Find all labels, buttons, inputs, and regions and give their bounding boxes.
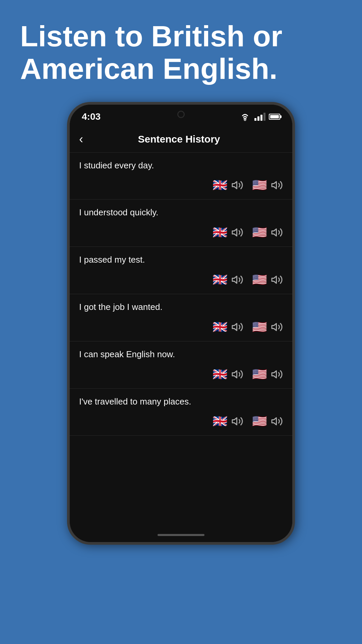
status-icons <box>239 111 280 123</box>
sentence-text: I understood quickly. <box>79 207 283 218</box>
speaker-icon <box>271 321 283 333</box>
american-audio-button[interactable]: 🇺🇸 <box>251 319 283 335</box>
speaker-icon <box>271 415 283 427</box>
phone-screen: 4:03 <box>70 105 292 542</box>
home-indicator <box>70 529 292 542</box>
audio-controls: 🇬🇧 🇺🇸 <box>79 319 283 335</box>
american-audio-button[interactable]: 🇺🇸 <box>251 272 283 288</box>
sentence-text: I got the job I wanted. <box>79 302 283 313</box>
american-audio-button[interactable]: 🇺🇸 <box>251 366 283 382</box>
speaker-icon <box>271 274 283 286</box>
british-audio-button[interactable]: 🇬🇧 <box>212 224 243 240</box>
speaker-icon <box>231 321 243 333</box>
british-flag: 🇬🇧 <box>212 319 228 335</box>
american-flag: 🇺🇸 <box>251 413 267 429</box>
american-audio-button[interactable]: 🇺🇸 <box>251 413 283 429</box>
sentence-item: I've travelled to many places. 🇬🇧 🇺🇸 <box>70 389 292 436</box>
speaker-icon <box>271 226 283 238</box>
british-flag: 🇬🇧 <box>212 224 228 240</box>
speaker-icon <box>231 274 243 286</box>
svg-point-0 <box>244 119 246 120</box>
phone-mockup: 4:03 <box>67 102 295 545</box>
british-flag: 🇬🇧 <box>212 177 228 193</box>
status-time: 4:03 <box>82 111 101 122</box>
battery-icon <box>269 114 280 120</box>
american-audio-button[interactable]: 🇺🇸 <box>251 177 283 193</box>
sentence-text: I passed my test. <box>79 254 283 266</box>
audio-controls: 🇬🇧 🇺🇸 <box>79 177 283 193</box>
wifi-icon <box>239 111 251 123</box>
british-audio-button[interactable]: 🇬🇧 <box>212 413 243 429</box>
audio-controls: 🇬🇧 🇺🇸 <box>79 272 283 288</box>
british-audio-button[interactable]: 🇬🇧 <box>212 366 243 382</box>
phone-outer: 4:03 <box>67 102 295 545</box>
sentence-text: I studied every day. <box>79 160 283 171</box>
audio-controls: 🇬🇧 🇺🇸 <box>79 366 283 382</box>
british-flag: 🇬🇧 <box>212 413 228 429</box>
american-flag: 🇺🇸 <box>251 177 267 193</box>
sentence-text: I've travelled to many places. <box>79 396 283 408</box>
sentence-list: I studied every day. 🇬🇧 🇺🇸 <box>70 153 292 529</box>
speaker-icon <box>231 415 243 427</box>
speaker-icon <box>231 368 243 380</box>
sentence-item: I passed my test. 🇬🇧 🇺🇸 <box>70 247 292 294</box>
audio-controls: 🇬🇧 🇺🇸 <box>79 224 283 240</box>
speaker-icon <box>271 179 283 191</box>
signal-bar-3 <box>260 115 262 121</box>
american-flag: 🇺🇸 <box>251 319 267 335</box>
sentence-item: I understood quickly. 🇬🇧 🇺🇸 <box>70 200 292 247</box>
speaker-icon <box>271 368 283 380</box>
signal-bar-2 <box>257 116 259 121</box>
sentence-item: I got the job I wanted. 🇬🇧 🇺🇸 <box>70 294 292 341</box>
back-button[interactable]: ‹ <box>79 131 87 148</box>
speaker-icon <box>231 226 243 238</box>
british-audio-button[interactable]: 🇬🇧 <box>212 319 243 335</box>
sentence-text: I can speak English now. <box>79 349 283 360</box>
british-audio-button[interactable]: 🇬🇧 <box>212 272 243 288</box>
signal-bar-4 <box>263 113 265 121</box>
page-title: Sentence History <box>87 133 271 145</box>
sentence-item: I studied every day. 🇬🇧 🇺🇸 <box>70 153 292 200</box>
app-header: ‹ Sentence History <box>70 126 292 153</box>
battery-fill <box>270 115 279 118</box>
british-audio-button[interactable]: 🇬🇧 <box>212 177 243 193</box>
american-flag: 🇺🇸 <box>251 366 267 382</box>
home-bar <box>158 534 204 536</box>
american-flag: 🇺🇸 <box>251 272 267 288</box>
british-flag: 🇬🇧 <box>212 272 228 288</box>
sentence-item: I can speak English now. 🇬🇧 🇺🇸 <box>70 341 292 389</box>
status-bar: 4:03 <box>70 105 292 126</box>
signal-bar-1 <box>254 118 256 121</box>
british-flag: 🇬🇧 <box>212 366 228 382</box>
speaker-icon <box>231 179 243 191</box>
signal-icon <box>254 113 265 121</box>
camera-notch <box>177 111 185 118</box>
audio-controls: 🇬🇧 🇺🇸 <box>79 413 283 429</box>
american-audio-button[interactable]: 🇺🇸 <box>251 224 283 240</box>
american-flag: 🇺🇸 <box>251 224 267 240</box>
hero-text: Listen to British or American English. <box>0 0 362 99</box>
